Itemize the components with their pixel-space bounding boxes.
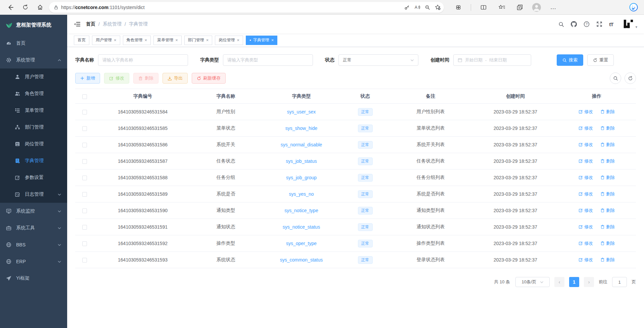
favorites-icon[interactable]: [496, 2, 507, 13]
add-button[interactable]: 新增: [75, 73, 100, 84]
row-checkbox[interactable]: [82, 192, 87, 197]
tab-user-management[interactable]: 用户管理×: [92, 36, 120, 45]
show-search-toggle-button[interactable]: [610, 73, 621, 84]
app-logo-row[interactable]: 意框架管理系统: [0, 15, 67, 35]
close-icon[interactable]: ×: [145, 38, 147, 43]
fullscreen-icon[interactable]: [596, 21, 602, 27]
read-aloud-icon[interactable]: A: [414, 5, 420, 10]
page-size-select[interactable]: 10条/页: [515, 277, 550, 287]
row-checkbox[interactable]: [82, 143, 87, 147]
close-icon[interactable]: ×: [114, 38, 117, 43]
collections-icon[interactable]: [514, 2, 525, 13]
sidebar-item-post-management[interactable]: 岗位管理: [0, 136, 67, 152]
tab-dept-management[interactable]: 部门管理×: [184, 36, 213, 45]
delete-row-button[interactable]: 删除: [600, 207, 615, 214]
delete-row-button[interactable]: 删除: [600, 224, 615, 230]
delete-row-button[interactable]: 删除: [600, 240, 615, 246]
user-menu[interactable]: ▾: [623, 19, 637, 29]
breadcrumb-home[interactable]: 首页: [86, 21, 95, 27]
search-button[interactable]: 搜索: [557, 54, 583, 66]
sidebar-item-menu-management[interactable]: 菜单管理: [0, 102, 67, 119]
date-range-input[interactable]: 开始日期 - 结束日期: [453, 54, 531, 66]
export-button[interactable]: 导出: [163, 73, 188, 84]
delete-row-button[interactable]: 删除: [600, 109, 615, 115]
row-checkbox[interactable]: [82, 159, 87, 164]
row-checkbox[interactable]: [82, 258, 87, 263]
search-icon[interactable]: [558, 21, 564, 27]
edit-row-button[interactable]: 修改: [579, 109, 593, 115]
dict-type-link[interactable]: sys_normal_disable: [281, 142, 322, 147]
profile-avatar[interactable]: [532, 3, 541, 12]
dict-type-link[interactable]: sys_user_sex: [287, 109, 316, 114]
sidebar-item-log-management[interactable]: 日志管理: [0, 186, 67, 203]
back-icon[interactable]: [5, 2, 16, 13]
close-icon[interactable]: ×: [271, 38, 274, 43]
bing-copilot-icon[interactable]: [628, 2, 639, 13]
edit-row-button[interactable]: 修改: [579, 224, 593, 230]
row-checkbox[interactable]: [82, 126, 87, 131]
tab-role-management[interactable]: 角色管理×: [123, 36, 151, 45]
dict-type-link[interactable]: sys_notice_status: [283, 224, 320, 230]
edit-row-button[interactable]: 修改: [579, 158, 593, 164]
dict-type-link[interactable]: sys_oper_type: [286, 241, 317, 246]
sidebar-item-dict-management[interactable]: 字典管理: [0, 152, 67, 169]
sidebar-item-system-management[interactable]: 系统管理: [0, 52, 67, 68]
goto-page-input[interactable]: 1: [612, 277, 627, 287]
prev-page-button[interactable]: ‹: [554, 277, 564, 287]
sidebar-item-system-tools[interactable]: 系统工具: [0, 220, 67, 236]
edit-row-button[interactable]: 修改: [579, 125, 593, 131]
sidebar-item-role-management[interactable]: 角色管理: [0, 85, 67, 102]
split-screen-icon[interactable]: [478, 2, 489, 13]
sidebar-collapse-icon[interactable]: [74, 21, 81, 27]
close-icon[interactable]: ×: [237, 38, 239, 43]
sidebar-item-home[interactable]: 首页: [0, 35, 67, 52]
next-page-button[interactable]: ›: [584, 277, 594, 287]
zoom-out-icon[interactable]: [425, 5, 430, 10]
close-icon[interactable]: ×: [175, 38, 178, 43]
sidebar-item-param-settings[interactable]: 参数设置: [0, 169, 67, 186]
tab-menu-management[interactable]: 菜单管理×: [153, 36, 182, 45]
extensions-icon[interactable]: [453, 2, 464, 13]
delete-row-button[interactable]: 删除: [600, 257, 615, 263]
font-size-icon[interactable]: tT: [609, 21, 613, 27]
reset-button[interactable]: 重置: [587, 54, 614, 66]
tab-dict-management[interactable]: ●字典管理×: [246, 36, 277, 45]
row-checkbox[interactable]: [82, 225, 87, 230]
sidebar-item-bbs[interactable]: BBS: [0, 236, 67, 253]
edit-row-button[interactable]: 修改: [579, 142, 593, 148]
add-favorite-icon[interactable]: [435, 4, 441, 10]
delete-row-button[interactable]: 删除: [600, 158, 615, 164]
help-icon[interactable]: ?: [584, 21, 590, 27]
dict-type-link[interactable]: sys_notice_type: [284, 208, 318, 213]
refresh-table-button[interactable]: [625, 73, 636, 84]
edit-row-button[interactable]: 修改: [579, 240, 593, 246]
address-bar[interactable]: https://ccnetcore.com:1101/system/dict A: [49, 2, 444, 13]
dict-type-link[interactable]: sys_job_status: [286, 158, 317, 164]
row-checkbox[interactable]: [82, 110, 87, 114]
password-key-icon[interactable]: [404, 5, 410, 10]
tab-post-management[interactable]: 岗位管理×: [215, 36, 243, 45]
delete-row-button[interactable]: 删除: [600, 175, 615, 181]
dict-type-link[interactable]: sys_job_group: [286, 175, 317, 180]
delete-row-button[interactable]: 删除: [600, 142, 615, 148]
sidebar-item-erp[interactable]: ERP: [0, 253, 67, 270]
status-select[interactable]: 正常: [338, 54, 418, 66]
sidebar-item-user-management[interactable]: 用户管理: [0, 68, 67, 85]
edit-row-button[interactable]: 修改: [579, 257, 593, 263]
github-icon[interactable]: [571, 21, 577, 27]
delete-row-button[interactable]: 删除: [600, 125, 615, 131]
sidebar-item-system-monitor[interactable]: 系统监控: [0, 203, 67, 220]
edit-row-button[interactable]: 修改: [579, 175, 593, 181]
row-checkbox[interactable]: [82, 208, 87, 213]
close-icon[interactable]: ×: [206, 38, 209, 43]
dict-type-link[interactable]: sys_show_hide: [285, 126, 318, 131]
dict-name-input[interactable]: 请输入字典名称: [98, 54, 188, 66]
refresh-cache-button[interactable]: 刷新缓存: [192, 73, 226, 84]
home-icon[interactable]: [34, 2, 46, 13]
edit-row-button[interactable]: 修改: [579, 207, 593, 214]
dict-type-input[interactable]: 请输入字典类型: [223, 54, 313, 66]
page-number-1[interactable]: 1: [569, 277, 579, 287]
select-all-checkbox[interactable]: [82, 94, 87, 99]
tab-home[interactable]: 首页: [74, 36, 89, 45]
sidebar-item-dept-management[interactable]: 部门管理: [0, 119, 67, 136]
